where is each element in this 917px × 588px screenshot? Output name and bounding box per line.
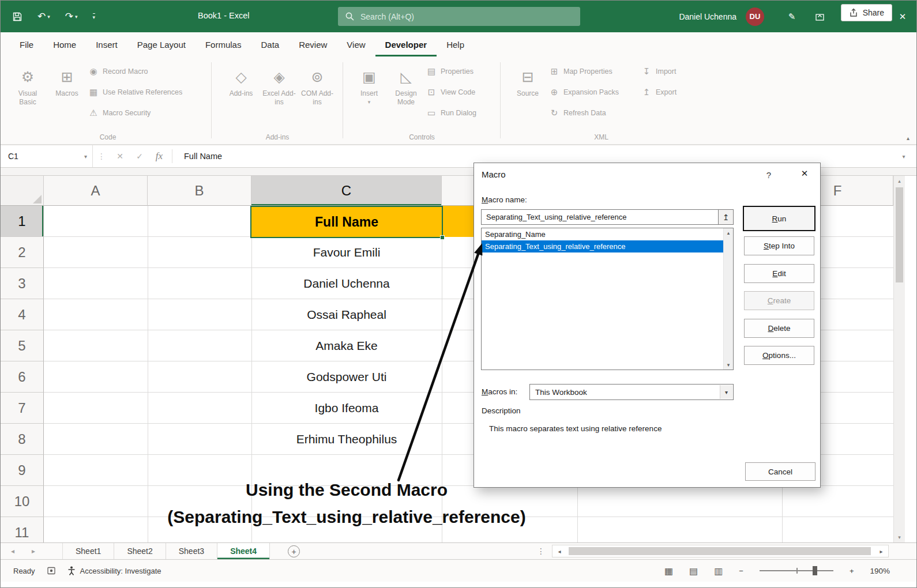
expand-formula-bar-icon[interactable]: ▾ <box>891 145 916 167</box>
page-break-view-icon[interactable]: ▥ <box>714 566 723 576</box>
tab-developer[interactable]: Developer <box>375 32 437 56</box>
coming-soon-button[interactable]: ✎ <box>778 1 806 32</box>
tab-home[interactable]: Home <box>43 32 86 56</box>
macro-name-input[interactable] <box>481 209 734 225</box>
zoom-out-icon[interactable]: − <box>739 567 743 575</box>
step-into-button[interactable]: Step Into <box>744 236 814 255</box>
scroll-up-icon[interactable]: ▴ <box>724 230 733 236</box>
com-addins-button[interactable]: ⊚ COM Add-ins <box>299 62 335 122</box>
insert-function-icon[interactable]: fx <box>149 145 169 167</box>
sheet-tab-sheet1[interactable]: Sheet1 <box>63 543 114 559</box>
cell-c1-selected[interactable]: Full Name <box>250 206 443 238</box>
zoom-in-icon[interactable]: + <box>850 567 854 575</box>
insert-control-button[interactable]: ▣ Insert ▾ <box>351 62 387 122</box>
name-box[interactable]: C1 ▾ <box>1 145 93 167</box>
cell-c5[interactable]: Amaka Eke <box>251 330 442 361</box>
run-dialog-button[interactable]: ▭ Run Dialog <box>426 105 476 121</box>
cell-c3[interactable]: Daniel Uchenna <box>251 268 442 299</box>
macro-name-expand-button[interactable]: ↥ <box>718 209 734 225</box>
tab-file[interactable]: File <box>10 32 43 56</box>
vertical-scrollbar[interactable]: ▴ ▾ <box>893 176 905 542</box>
view-code-button[interactable]: ⊡ View Code <box>426 84 475 100</box>
row-header-11[interactable]: 11 <box>1 517 44 542</box>
zoom-slider-thumb[interactable] <box>813 566 817 575</box>
scroll-up-icon[interactable]: ▴ <box>894 178 905 184</box>
cancel-button[interactable]: Cancel <box>745 462 815 481</box>
row-header-7[interactable]: 7 <box>1 393 44 424</box>
dialog-close-button[interactable]: ✕ <box>791 164 818 183</box>
macro-security-button[interactable]: ⚠ Macro Security <box>88 105 151 121</box>
cancel-entry-icon[interactable]: ✕ <box>110 145 130 167</box>
tab-page-layout[interactable]: Page Layout <box>127 32 196 56</box>
tab-help[interactable]: Help <box>437 32 474 56</box>
column-header-c[interactable]: C <box>251 176 442 206</box>
page-layout-view-icon[interactable]: ▤ <box>689 566 698 576</box>
tab-view[interactable]: View <box>337 32 375 56</box>
properties-button[interactable]: ▤ Properties <box>426 63 473 80</box>
customize-quick-access-button[interactable]: ▾ <box>93 13 96 20</box>
macro-list-scrollbar[interactable]: ▴ ▾ <box>723 228 733 370</box>
use-relative-references-button[interactable]: ▦ Use Relative References <box>88 84 182 100</box>
row-header-6[interactable]: 6 <box>1 361 44 393</box>
scroll-right-icon[interactable]: ▸ <box>874 548 888 555</box>
save-button[interactable] <box>12 12 22 22</box>
enter-entry-icon[interactable]: ✓ <box>130 145 149 167</box>
cell-c6[interactable]: Godspower Uti <box>251 361 442 393</box>
dialog-help-button[interactable]: ? <box>760 167 777 183</box>
combobox-dropdown-icon[interactable]: ▾ <box>720 385 732 399</box>
import-button[interactable]: ↧ Import <box>641 63 676 80</box>
zoom-level[interactable]: 190% <box>870 567 890 575</box>
search-input[interactable] <box>360 12 573 21</box>
select-all-corner[interactable] <box>1 176 44 206</box>
share-button[interactable]: Share <box>841 4 892 21</box>
macro-list-item[interactable]: Separating_Name <box>482 228 733 240</box>
avatar[interactable]: DU <box>746 7 764 26</box>
scroll-left-icon[interactable]: ◂ <box>553 548 566 555</box>
row-header-3[interactable]: 3 <box>1 268 44 299</box>
delete-button[interactable]: Delete <box>744 319 814 338</box>
user-name[interactable]: Daniel Uchenna <box>679 12 736 21</box>
sheet-tab-sheet3[interactable]: Sheet3 <box>166 543 217 559</box>
sheet-tab-sheet4-active[interactable]: Sheet4 <box>217 543 270 559</box>
vertical-scrollbar-thumb[interactable] <box>896 187 903 282</box>
redo-button[interactable]: ↷▾ <box>65 10 78 22</box>
edit-button[interactable]: Edit <box>744 264 814 283</box>
row-header-2[interactable]: 2 <box>1 237 44 268</box>
run-button[interactable]: Run <box>743 206 815 231</box>
search-box[interactable] <box>338 7 580 26</box>
row-header-1[interactable]: 1 <box>1 206 44 237</box>
macros-in-combobox[interactable]: This Workbook ▾ <box>529 384 734 400</box>
horizontal-scrollbar-thumb[interactable] <box>569 547 871 555</box>
cell-c2[interactable]: Favour Emili <box>251 237 442 268</box>
zoom-slider[interactable] <box>760 570 833 571</box>
scrollbar-splitter-icon[interactable]: ⋮ <box>537 543 545 559</box>
addins-button[interactable]: ◇ Add-ins <box>223 62 259 122</box>
scroll-down-icon[interactable]: ▾ <box>724 362 733 368</box>
cell-c4[interactable]: Ossai Rapheal <box>251 299 442 330</box>
design-mode-button[interactable]: ◺ Design Mode <box>388 62 424 122</box>
ribbon-display-options-button[interactable] <box>806 1 833 32</box>
options-button[interactable]: Options... <box>744 346 814 365</box>
visual-basic-button[interactable]: ⚙ Visual Basic <box>10 62 46 122</box>
macros-button[interactable]: ⊞ Macros <box>49 62 85 122</box>
tab-data[interactable]: Data <box>251 32 289 56</box>
new-sheet-button[interactable]: + <box>288 545 300 557</box>
row-header-10[interactable]: 10 <box>1 486 44 517</box>
column-header-b[interactable]: B <box>148 176 251 206</box>
macro-recording-icon[interactable] <box>47 566 56 575</box>
source-button[interactable]: ⊟ Source <box>510 62 546 122</box>
horizontal-scrollbar[interactable]: ◂ ▸ <box>552 545 889 557</box>
next-sheet-icon[interactable]: ▸ <box>32 547 35 555</box>
cell-c8[interactable]: Erhimu Theophilus <box>251 424 442 455</box>
tab-insert[interactable]: Insert <box>86 32 127 56</box>
tab-formulas[interactable]: Formulas <box>196 32 251 56</box>
row-header-9[interactable]: 9 <box>1 455 44 486</box>
close-button[interactable]: ✕ <box>889 1 916 32</box>
undo-button[interactable]: ↶▾ <box>37 10 50 22</box>
horizontal-scrollbar-track[interactable] <box>566 545 874 557</box>
record-macro-button[interactable]: ◉ Record Macro <box>88 63 148 80</box>
row-header-5[interactable]: 5 <box>1 330 44 361</box>
row-header-4[interactable]: 4 <box>1 299 44 330</box>
previous-sheet-icon[interactable]: ◂ <box>11 547 14 555</box>
collapse-ribbon-icon[interactable]: ▴ <box>907 135 910 141</box>
